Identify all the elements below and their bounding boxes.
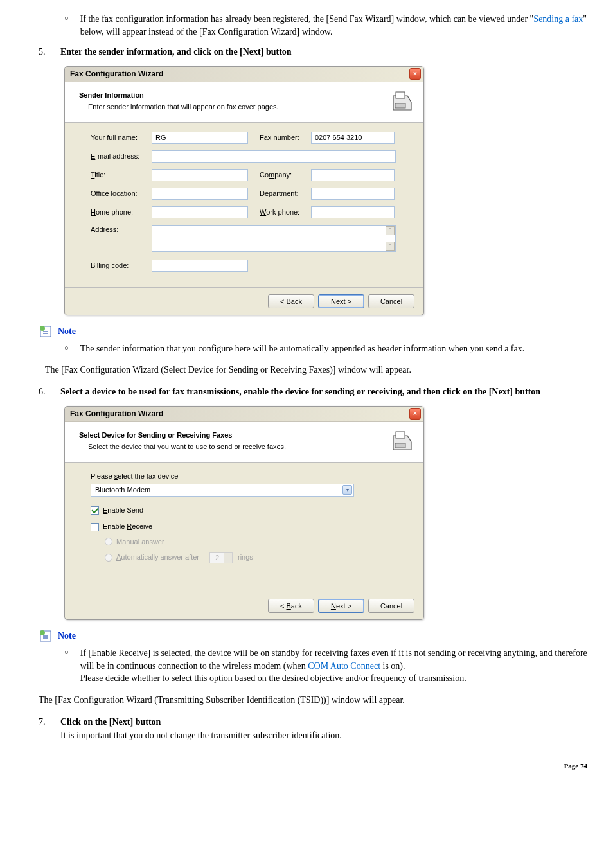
svg-rect-1	[395, 103, 405, 108]
work-phone-input[interactable]	[311, 206, 395, 218]
manual-answer-label: Manual answer	[116, 537, 164, 547]
step-6-text: Select a device to be used for fax trans…	[60, 385, 540, 398]
fax-config-wizard-sender: Fax Configuration Wizard × Sender Inform…	[64, 66, 424, 315]
fax-device-select[interactable]: Bluetooth Modem ▾	[91, 484, 354, 497]
wizard-header: Sender Information Enter sender informat…	[65, 82, 423, 123]
enable-receive-row[interactable]: Enable Receive	[91, 522, 408, 531]
company-input[interactable]	[311, 169, 395, 181]
bullet-marker: ○	[64, 647, 69, 685]
enable-send-checkbox[interactable]	[91, 506, 99, 515]
address-label: Address:	[91, 225, 152, 235]
chevron-down-icon[interactable]: ▾	[342, 485, 352, 495]
department-input[interactable]	[311, 188, 395, 200]
scroll-down-icon[interactable]: ˅	[386, 242, 395, 251]
billing-input[interactable]	[152, 260, 248, 272]
after-note-1-text: The [Fax Configuration Wizard (Select De…	[45, 364, 587, 376]
work-phone-label: Work phone:	[260, 208, 311, 217]
email-input[interactable]	[152, 150, 396, 163]
bullet-marker: ○	[64, 13, 69, 38]
sending-fax-link[interactable]: Sending a fax	[533, 14, 583, 24]
svg-point-3	[40, 326, 45, 331]
step-7-sub: It is important that you do not change t…	[60, 729, 587, 742]
wizard-header-text: Sender Information Enter sender informat…	[79, 91, 279, 112]
cancel-button[interactable]: Cancel	[368, 599, 414, 613]
company-label: Company:	[260, 170, 311, 180]
wizard-footer: < Back Next > Cancel	[65, 592, 423, 619]
home-phone-label: Home phone:	[91, 208, 152, 217]
department-label: Department:	[260, 189, 311, 199]
step-6: 6. Select a device to be used for fax tr…	[39, 385, 587, 398]
after-note-2-text: The [Fax Configuration Wizard (Transmitt…	[39, 694, 587, 707]
home-phone-input[interactable]	[152, 206, 248, 218]
svg-point-7	[40, 630, 45, 635]
svg-rect-0	[396, 92, 405, 98]
header-title: Sender Information	[79, 91, 279, 100]
note-2-text: If [Enable Receive] is selected, the dev…	[80, 647, 587, 685]
step-5: 5. Enter the sender information, and cli…	[39, 46, 587, 58]
window-title: Fax Configuration Wizard	[70, 409, 163, 420]
back-button[interactable]: < Back	[268, 294, 314, 308]
com-auto-connect-link[interactable]: COM Auto Connect	[308, 661, 380, 671]
select-fax-device-label: Please select the fax device	[91, 472, 408, 481]
enable-send-row[interactable]: Enable Send	[91, 506, 408, 515]
fax-icon	[389, 429, 414, 454]
note-2-bullet: ○ If [Enable Receive] is selected, the d…	[64, 647, 587, 685]
address-input[interactable]: ˄ ˅	[152, 225, 396, 252]
email-label: E-mail address:	[91, 152, 152, 161]
titlebar: Fax Configuration Wizard ×	[65, 67, 423, 82]
close-icon[interactable]: ×	[409, 408, 421, 420]
note-label: Note	[58, 325, 76, 338]
office-input[interactable]	[152, 188, 248, 200]
fax-icon	[389, 89, 414, 114]
wizard-header: Select Device for Sending or Receiving F…	[65, 422, 423, 463]
next-button[interactable]: Next >	[318, 599, 364, 613]
enable-send-label: Enable Send	[103, 506, 143, 515]
enable-receive-checkbox[interactable]	[91, 523, 99, 531]
svg-rect-5	[395, 443, 405, 448]
header-sub: Select the device that you want to use t…	[88, 442, 286, 452]
manual-answer-radio	[105, 538, 112, 545]
title-input[interactable]	[152, 169, 248, 181]
rings-label: rings	[238, 553, 253, 562]
intro-bullet: ○ If the fax configuration information h…	[64, 13, 587, 38]
wizard-body: Your full name: RG Fax number: 0207 654 …	[65, 123, 423, 287]
fax-config-wizard-device: Fax Configuration Wizard × Select Device…	[64, 406, 424, 621]
step-6-num: 6.	[39, 385, 49, 398]
cancel-button[interactable]: Cancel	[368, 294, 414, 308]
header-title: Select Device for Sending or Receiving F…	[79, 430, 286, 440]
step-7-text: Click on the [Next] button	[60, 716, 161, 729]
intro-pre: If the fax configuration information has…	[80, 14, 534, 24]
next-button[interactable]: Next >	[318, 294, 364, 308]
auto-answer-row: Automatically answer after 2 rings	[105, 552, 408, 563]
office-label: Office location:	[91, 189, 152, 199]
titlebar: Fax Configuration Wizard ×	[65, 407, 423, 422]
intro-text: If the fax configuration information has…	[80, 13, 587, 38]
scroll-up-icon[interactable]: ˄	[386, 226, 395, 235]
wizard-body: Please select the fax device Bluetooth M…	[65, 463, 423, 592]
window-title: Fax Configuration Wizard	[70, 69, 163, 80]
note-2-mid: is on).	[380, 661, 405, 671]
full-name-input[interactable]: RG	[152, 132, 248, 144]
wizard-footer: < Back Next > Cancel	[65, 287, 423, 315]
back-button[interactable]: < Back	[268, 599, 314, 613]
manual-answer-row: Manual answer	[105, 537, 408, 547]
svg-rect-4	[396, 432, 405, 438]
step-7: 7. Click on the [Next] button	[39, 716, 587, 729]
note-1: Note	[39, 324, 587, 339]
auto-answer-radio	[105, 554, 112, 562]
note-1-text: The sender information that you configur…	[80, 342, 525, 355]
enable-receive-label: Enable Receive	[103, 522, 152, 531]
fax-device-value: Bluetooth Modem	[95, 485, 150, 495]
title-label: Title:	[91, 170, 152, 180]
bullet-marker: ○	[64, 342, 69, 355]
note-2-line2: Please decide whether to select this opt…	[80, 673, 466, 683]
step-7-num: 7.	[39, 716, 49, 729]
fax-number-input[interactable]: 0207 654 3210	[311, 132, 395, 144]
step-5-num: 5.	[39, 46, 49, 58]
note-1-bullet: ○ The sender information that you config…	[64, 342, 587, 355]
wizard-header-text: Select Device for Sending or Receiving F…	[79, 430, 286, 452]
close-icon[interactable]: ×	[409, 68, 421, 80]
full-name-label: Your full name:	[91, 133, 152, 143]
auto-answer-label: Automatically answer after	[116, 553, 199, 562]
step-5-text: Enter the sender information, and click …	[60, 46, 292, 58]
